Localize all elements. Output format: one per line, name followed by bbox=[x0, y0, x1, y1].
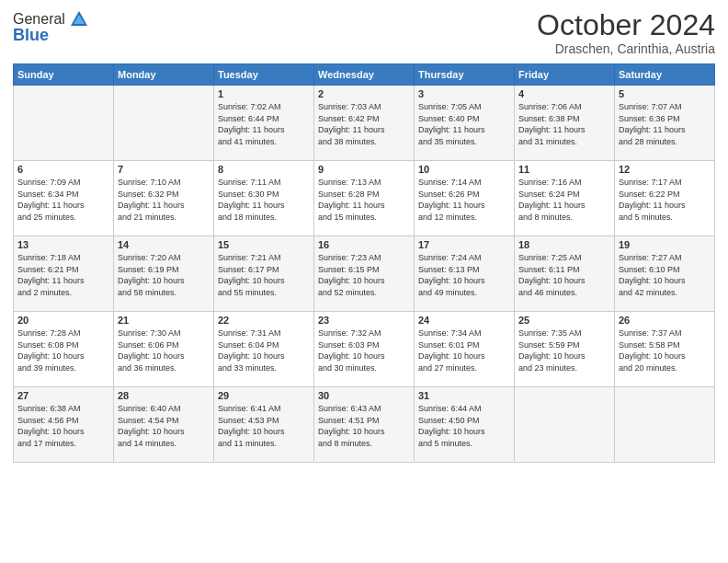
calendar-cell: 27Sunrise: 6:38 AMSunset: 4:56 PMDayligh… bbox=[14, 387, 114, 463]
day-number: 6 bbox=[17, 164, 109, 175]
cell-info: Sunrise: 7:17 AMSunset: 6:22 PMDaylight:… bbox=[619, 177, 711, 223]
calendar-table: SundayMondayTuesdayWednesdayThursdayFrid… bbox=[13, 63, 715, 463]
day-number: 29 bbox=[218, 390, 310, 401]
cell-info: Sunrise: 7:25 AMSunset: 6:11 PMDaylight:… bbox=[518, 252, 610, 298]
calendar-cell: 8Sunrise: 7:11 AMSunset: 6:30 PMDaylight… bbox=[214, 161, 314, 236]
cell-info: Sunrise: 7:35 AMSunset: 5:59 PMDaylight:… bbox=[518, 327, 610, 373]
header-cell-thursday: Thursday bbox=[415, 64, 515, 86]
cell-info: Sunrise: 7:37 AMSunset: 5:58 PMDaylight:… bbox=[619, 327, 711, 373]
calendar-cell: 24Sunrise: 7:34 AMSunset: 6:01 PMDayligh… bbox=[415, 312, 515, 387]
header-cell-saturday: Saturday bbox=[615, 64, 715, 86]
header-row: SundayMondayTuesdayWednesdayThursdayFrid… bbox=[14, 64, 715, 86]
calendar-cell: 26Sunrise: 7:37 AMSunset: 5:58 PMDayligh… bbox=[615, 312, 715, 387]
calendar-cell: 12Sunrise: 7:17 AMSunset: 6:22 PMDayligh… bbox=[615, 161, 715, 236]
cell-info: Sunrise: 7:07 AMSunset: 6:36 PMDaylight:… bbox=[619, 101, 711, 147]
day-number: 10 bbox=[418, 164, 510, 175]
calendar-cell: 23Sunrise: 7:32 AMSunset: 6:03 PMDayligh… bbox=[314, 312, 415, 387]
calendar-cell: 28Sunrise: 6:40 AMSunset: 4:54 PMDayligh… bbox=[114, 387, 214, 463]
calendar-cell bbox=[615, 387, 715, 463]
day-number: 28 bbox=[118, 390, 210, 401]
cell-info: Sunrise: 7:21 AMSunset: 6:17 PMDaylight:… bbox=[218, 252, 310, 298]
calendar-cell: 13Sunrise: 7:18 AMSunset: 6:21 PMDayligh… bbox=[14, 236, 114, 312]
day-number: 18 bbox=[518, 239, 610, 250]
day-number: 5 bbox=[619, 88, 711, 99]
cell-info: Sunrise: 7:32 AMSunset: 6:03 PMDaylight:… bbox=[318, 327, 410, 373]
cell-info: Sunrise: 7:18 AMSunset: 6:21 PMDaylight:… bbox=[17, 252, 109, 298]
day-number: 23 bbox=[318, 315, 410, 326]
week-row-5: 27Sunrise: 6:38 AMSunset: 4:56 PMDayligh… bbox=[14, 387, 715, 463]
cell-info: Sunrise: 6:44 AMSunset: 4:50 PMDaylight:… bbox=[418, 403, 510, 449]
week-row-4: 20Sunrise: 7:28 AMSunset: 6:08 PMDayligh… bbox=[14, 312, 715, 387]
day-number: 27 bbox=[17, 390, 109, 401]
calendar-cell: 11Sunrise: 7:16 AMSunset: 6:24 PMDayligh… bbox=[515, 161, 615, 236]
calendar-cell: 7Sunrise: 7:10 AMSunset: 6:32 PMDaylight… bbox=[114, 161, 214, 236]
cell-info: Sunrise: 7:30 AMSunset: 6:06 PMDaylight:… bbox=[118, 327, 210, 373]
month-title: October 2024 bbox=[537, 9, 715, 41]
header-cell-tuesday: Tuesday bbox=[214, 64, 314, 86]
cell-info: Sunrise: 7:28 AMSunset: 6:08 PMDaylight:… bbox=[17, 327, 109, 373]
calendar-cell: 15Sunrise: 7:21 AMSunset: 6:17 PMDayligh… bbox=[214, 236, 314, 312]
calendar-cell: 20Sunrise: 7:28 AMSunset: 6:08 PMDayligh… bbox=[14, 312, 114, 387]
cell-info: Sunrise: 7:27 AMSunset: 6:10 PMDaylight:… bbox=[619, 252, 711, 298]
week-row-2: 6Sunrise: 7:09 AMSunset: 6:34 PMDaylight… bbox=[14, 161, 715, 236]
day-number: 9 bbox=[318, 164, 410, 175]
calendar-cell bbox=[114, 86, 214, 161]
calendar-cell bbox=[515, 387, 615, 463]
day-number: 13 bbox=[17, 239, 109, 250]
calendar-cell: 30Sunrise: 6:43 AMSunset: 4:51 PMDayligh… bbox=[314, 387, 415, 463]
day-number: 1 bbox=[218, 88, 310, 99]
title-section: October 2024 Draschen, Carinthia, Austri… bbox=[537, 9, 715, 56]
calendar-cell: 19Sunrise: 7:27 AMSunset: 6:10 PMDayligh… bbox=[615, 236, 715, 312]
day-number: 16 bbox=[318, 239, 410, 250]
logo-icon bbox=[69, 9, 89, 29]
cell-info: Sunrise: 7:10 AMSunset: 6:32 PMDaylight:… bbox=[118, 177, 210, 223]
calendar-cell: 2Sunrise: 7:03 AMSunset: 6:42 PMDaylight… bbox=[314, 86, 415, 161]
week-row-1: 1Sunrise: 7:02 AMSunset: 6:44 PMDaylight… bbox=[14, 86, 715, 161]
day-number: 11 bbox=[518, 164, 610, 175]
day-number: 22 bbox=[218, 315, 310, 326]
header-cell-friday: Friday bbox=[515, 64, 615, 86]
week-row-3: 13Sunrise: 7:18 AMSunset: 6:21 PMDayligh… bbox=[14, 236, 715, 312]
calendar-cell: 21Sunrise: 7:30 AMSunset: 6:06 PMDayligh… bbox=[114, 312, 214, 387]
calendar-cell: 22Sunrise: 7:31 AMSunset: 6:04 PMDayligh… bbox=[214, 312, 314, 387]
page-header: General Blue October 2024 Draschen, Cari… bbox=[13, 9, 715, 56]
calendar-cell: 6Sunrise: 7:09 AMSunset: 6:34 PMDaylight… bbox=[14, 161, 114, 236]
cell-info: Sunrise: 7:23 AMSunset: 6:15 PMDaylight:… bbox=[318, 252, 410, 298]
cell-info: Sunrise: 7:02 AMSunset: 6:44 PMDaylight:… bbox=[218, 101, 310, 147]
location-subtitle: Draschen, Carinthia, Austria bbox=[537, 41, 715, 56]
cell-info: Sunrise: 6:41 AMSunset: 4:53 PMDaylight:… bbox=[218, 403, 310, 449]
calendar-cell: 4Sunrise: 7:06 AMSunset: 6:38 PMDaylight… bbox=[515, 86, 615, 161]
header-cell-monday: Monday bbox=[114, 64, 214, 86]
day-number: 15 bbox=[218, 239, 310, 250]
day-number: 17 bbox=[418, 239, 510, 250]
cell-info: Sunrise: 7:13 AMSunset: 6:28 PMDaylight:… bbox=[318, 177, 410, 223]
calendar-cell: 14Sunrise: 7:20 AMSunset: 6:19 PMDayligh… bbox=[114, 236, 214, 312]
day-number: 26 bbox=[619, 315, 711, 326]
cell-info: Sunrise: 6:43 AMSunset: 4:51 PMDaylight:… bbox=[318, 403, 410, 449]
calendar-cell: 29Sunrise: 6:41 AMSunset: 4:53 PMDayligh… bbox=[214, 387, 314, 463]
calendar-cell: 5Sunrise: 7:07 AMSunset: 6:36 PMDaylight… bbox=[615, 86, 715, 161]
calendar-cell: 31Sunrise: 6:44 AMSunset: 4:50 PMDayligh… bbox=[415, 387, 515, 463]
cell-info: Sunrise: 7:16 AMSunset: 6:24 PMDaylight:… bbox=[518, 177, 610, 223]
day-number: 12 bbox=[619, 164, 711, 175]
day-number: 31 bbox=[418, 390, 510, 401]
cell-info: Sunrise: 7:03 AMSunset: 6:42 PMDaylight:… bbox=[318, 101, 410, 147]
cell-info: Sunrise: 7:06 AMSunset: 6:38 PMDaylight:… bbox=[518, 101, 610, 147]
calendar-cell: 17Sunrise: 7:24 AMSunset: 6:13 PMDayligh… bbox=[415, 236, 515, 312]
calendar-cell: 16Sunrise: 7:23 AMSunset: 6:15 PMDayligh… bbox=[314, 236, 415, 312]
day-number: 25 bbox=[518, 315, 610, 326]
logo: General Blue bbox=[13, 9, 89, 45]
cell-info: Sunrise: 7:20 AMSunset: 6:19 PMDaylight:… bbox=[118, 252, 210, 298]
day-number: 4 bbox=[518, 88, 610, 99]
header-cell-wednesday: Wednesday bbox=[314, 64, 415, 86]
day-number: 21 bbox=[118, 315, 210, 326]
cell-info: Sunrise: 6:38 AMSunset: 4:56 PMDaylight:… bbox=[17, 403, 109, 449]
cell-info: Sunrise: 7:09 AMSunset: 6:34 PMDaylight:… bbox=[17, 177, 109, 223]
calendar-cell: 9Sunrise: 7:13 AMSunset: 6:28 PMDaylight… bbox=[314, 161, 415, 236]
cell-info: Sunrise: 6:40 AMSunset: 4:54 PMDaylight:… bbox=[118, 403, 210, 449]
cell-info: Sunrise: 7:14 AMSunset: 6:26 PMDaylight:… bbox=[418, 177, 510, 223]
calendar-cell: 1Sunrise: 7:02 AMSunset: 6:44 PMDaylight… bbox=[214, 86, 314, 161]
day-number: 24 bbox=[418, 315, 510, 326]
day-number: 30 bbox=[318, 390, 410, 401]
cell-info: Sunrise: 7:31 AMSunset: 6:04 PMDaylight:… bbox=[218, 327, 310, 373]
